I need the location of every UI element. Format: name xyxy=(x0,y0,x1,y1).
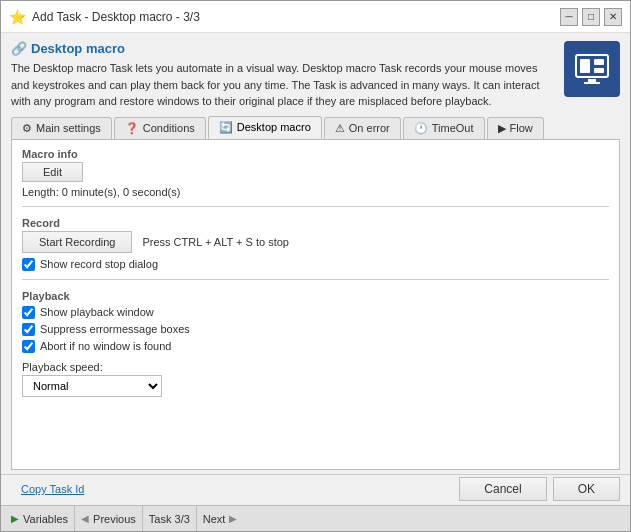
timeout-icon: 🕐 xyxy=(414,122,428,135)
show-playback-window-label: Show playback window xyxy=(40,306,154,318)
svg-rect-1 xyxy=(580,59,590,73)
minimize-button[interactable]: ─ xyxy=(560,8,578,26)
main-settings-icon: ⚙ xyxy=(22,122,32,135)
tab-on-error[interactable]: ⚠ On error xyxy=(324,117,401,139)
divider-2 xyxy=(22,279,609,280)
tab-desktop-macro-label: Desktop macro xyxy=(237,121,311,133)
task-icon-box xyxy=(564,41,620,97)
window-title: Add Task - Desktop macro - 3/3 xyxy=(32,10,200,24)
title-bar-left: ⭐ Add Task - Desktop macro - 3/3 xyxy=(9,9,200,25)
previous-label: Previous xyxy=(93,513,136,525)
show-record-stop-dialog-checkbox[interactable] xyxy=(22,258,35,271)
desktop-macro-tab-icon: 🔄 xyxy=(219,121,233,134)
tab-timeout[interactable]: 🕐 TimeOut xyxy=(403,117,485,139)
variables-icon: ▶ xyxy=(11,513,19,524)
abort-no-window-checkbox[interactable] xyxy=(22,340,35,353)
tab-main-settings[interactable]: ⚙ Main settings xyxy=(11,117,112,139)
next-label: Next xyxy=(203,513,226,525)
svg-rect-3 xyxy=(594,68,604,73)
length-text: Length: 0 minute(s), 0 second(s) xyxy=(22,186,609,198)
tab-desktop-macro[interactable]: 🔄 Desktop macro xyxy=(208,116,322,139)
variables-segment[interactable]: ▶ Variables xyxy=(5,506,75,531)
edit-button[interactable]: Edit xyxy=(22,162,83,182)
record-row: Start Recording Press CTRL + ALT + S to … xyxy=(22,231,609,253)
tab-conditions[interactable]: ❓ Conditions xyxy=(114,117,206,139)
task-header-left: 🔗 Desktop macro The Desktop macro Task l… xyxy=(11,41,554,110)
main-window: ⭐ Add Task - Desktop macro - 3/3 ─ □ ✕ 🔗… xyxy=(0,0,631,532)
svg-rect-2 xyxy=(594,59,604,65)
next-segment[interactable]: Next ▶ xyxy=(197,506,244,531)
variables-label: Variables xyxy=(23,513,68,525)
macro-info-label: Macro info xyxy=(22,148,609,160)
task-label: Task 3/3 xyxy=(149,513,190,525)
macro-info-section: Macro info Edit Length: 0 minute(s), 0 s… xyxy=(22,148,609,198)
task-segment: Task 3/3 xyxy=(143,506,197,531)
desktop-macro-icon xyxy=(574,51,610,87)
app-icon: ⭐ xyxy=(9,9,26,25)
next-arrow-icon: ▶ xyxy=(229,513,237,524)
close-button[interactable]: ✕ xyxy=(604,8,622,26)
tab-on-error-label: On error xyxy=(349,122,390,134)
title-controls: ─ □ ✕ xyxy=(560,8,622,26)
tab-conditions-label: Conditions xyxy=(143,122,195,134)
previous-segment[interactable]: ◀ Previous xyxy=(75,506,143,531)
start-recording-button[interactable]: Start Recording xyxy=(22,231,132,253)
tab-flow[interactable]: ▶ Flow xyxy=(487,117,544,139)
shortcut-text: Press CTRL + ALT + S to stop xyxy=(142,236,289,248)
copy-task-id-link[interactable]: Copy Task Id xyxy=(11,479,94,499)
footer-bar: Copy Task Id Cancel OK xyxy=(1,474,630,505)
divider-1 xyxy=(22,206,609,207)
task-description: The Desktop macro Task lets you automate… xyxy=(11,60,554,110)
title-bar: ⭐ Add Task - Desktop macro - 3/3 ─ □ ✕ xyxy=(1,1,630,33)
task-title: Desktop macro xyxy=(31,41,125,56)
content-area: 🔗 Desktop macro The Desktop macro Task l… xyxy=(1,33,630,474)
task-title-link[interactable]: 🔗 Desktop macro xyxy=(11,41,554,56)
abort-no-window-row[interactable]: Abort if no window is found xyxy=(22,340,609,353)
suppress-errormessage-label: Suppress errormessage boxes xyxy=(40,323,190,335)
flow-icon: ▶ xyxy=(498,122,506,135)
show-record-stop-dialog-label: Show record stop dialog xyxy=(40,258,158,270)
conditions-icon: ❓ xyxy=(125,122,139,135)
show-playback-window-row[interactable]: Show playback window xyxy=(22,306,609,319)
show-record-stop-dialog-row[interactable]: Show record stop dialog xyxy=(22,258,609,271)
on-error-icon: ⚠ xyxy=(335,122,345,135)
tab-flow-label: Flow xyxy=(510,122,533,134)
svg-rect-5 xyxy=(584,82,600,84)
prev-arrow-icon: ◀ xyxy=(81,513,89,524)
maximize-button[interactable]: □ xyxy=(582,8,600,26)
footer-buttons: Cancel OK xyxy=(459,477,620,501)
task-header: 🔗 Desktop macro The Desktop macro Task l… xyxy=(11,41,620,110)
playback-label: Playback xyxy=(22,290,609,302)
ok-button[interactable]: OK xyxy=(553,477,620,501)
main-panel: Macro info Edit Length: 0 minute(s), 0 s… xyxy=(11,139,620,471)
link-icon: 🔗 xyxy=(11,41,27,56)
suppress-errormessage-checkbox[interactable] xyxy=(22,323,35,336)
cancel-button[interactable]: Cancel xyxy=(459,477,546,501)
svg-rect-4 xyxy=(588,79,596,82)
record-section: Record Start Recording Press CTRL + ALT … xyxy=(22,217,609,271)
suppress-errormessage-row[interactable]: Suppress errormessage boxes xyxy=(22,323,609,336)
record-label: Record xyxy=(22,217,609,229)
abort-no-window-label: Abort if no window is found xyxy=(40,340,171,352)
status-bar: ▶ Variables ◀ Previous Task 3/3 Next ▶ xyxy=(1,505,630,531)
tab-timeout-label: TimeOut xyxy=(432,122,474,134)
playback-section: Playback Show playback window Suppress e… xyxy=(22,290,609,397)
tab-main-settings-label: Main settings xyxy=(36,122,101,134)
playback-speed-select[interactable]: Normal Fast Slow Custom xyxy=(22,375,162,397)
playback-speed-label: Playback speed: xyxy=(22,361,609,373)
tab-bar: ⚙ Main settings ❓ Conditions 🔄 Desktop m… xyxy=(11,116,620,139)
show-playback-window-checkbox[interactable] xyxy=(22,306,35,319)
